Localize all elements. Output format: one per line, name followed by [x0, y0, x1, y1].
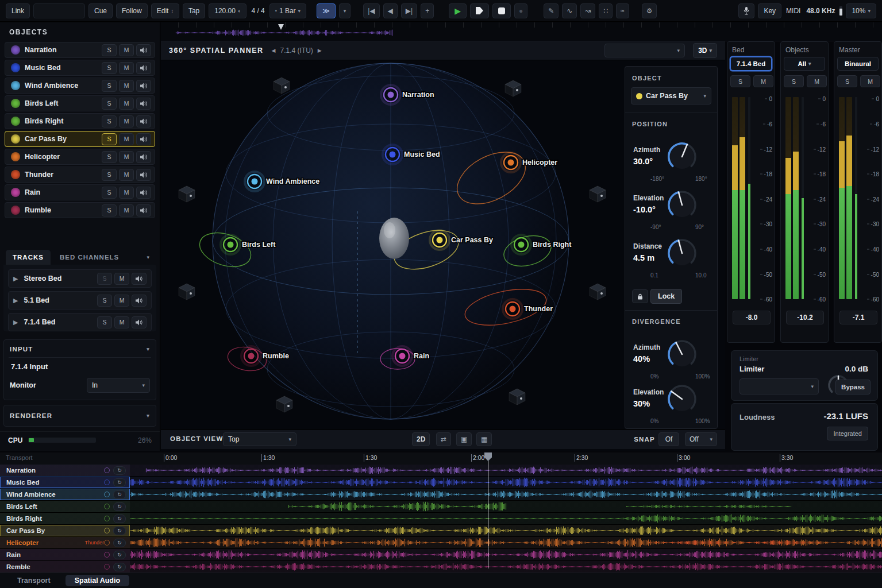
chevron-right-icon[interactable]: ▶ — [318, 48, 322, 53]
scatter-tool-button[interactable]: ∷ — [599, 3, 613, 18]
div_azimuth-knob[interactable] — [667, 339, 698, 372]
elevation-knob[interactable] — [667, 189, 698, 223]
play-button[interactable]: ▶ — [449, 3, 467, 18]
bypass-button[interactable]: Bypass — [835, 380, 871, 394]
track-label[interactable]: Narration↻ — [0, 465, 130, 476]
mute-button[interactable]: M — [119, 80, 134, 92]
solo-button[interactable]: S — [102, 115, 117, 127]
loudness-mode-badge[interactable]: Integrated — [827, 427, 868, 440]
solo-button[interactable]: S — [102, 151, 117, 163]
distance-knob[interactable] — [667, 238, 698, 271]
prev-marker-button[interactable]: ◀ — [383, 3, 398, 18]
swap-view-icon[interactable]: ⇄ — [436, 432, 451, 446]
solo-button[interactable]: S — [102, 98, 117, 110]
key-button[interactable]: Key — [758, 3, 781, 18]
view-2d-button[interactable]: 2D — [412, 432, 430, 446]
solo-button[interactable]: S — [102, 44, 117, 56]
launch-quantize-dropdown[interactable]: •1 Bar▾ — [269, 3, 306, 18]
arrangement-overview[interactable] — [161, 22, 882, 41]
mute-button[interactable]: M — [860, 75, 880, 87]
mute-button[interactable]: M — [119, 44, 134, 56]
loop-icon[interactable]: ↻ — [113, 466, 126, 475]
bed-track-item[interactable]: ▶7.1.4 BedSM — [8, 313, 152, 331]
track-lane[interactable] — [130, 513, 882, 524]
chevron-down-icon[interactable]: ▾ — [147, 346, 150, 352]
tab-tracks[interactable]: TRACKS — [6, 250, 51, 265]
loop-icon[interactable]: ↻ — [113, 527, 126, 535]
track-lane[interactable] — [130, 465, 882, 476]
panner-preset-dropdown[interactable]: ▾ — [604, 44, 685, 57]
automation-tool-button[interactable]: ↝ — [580, 3, 595, 18]
mute-button[interactable]: M — [114, 273, 129, 285]
speaker-button[interactable] — [136, 98, 151, 110]
track-label[interactable]: Remble↻ — [0, 561, 130, 572]
bottom-tab-spatial-audio[interactable]: Spatial Audio — [66, 575, 129, 586]
mute-button[interactable]: M — [119, 169, 134, 181]
object-list-item[interactable]: Wind AmbienceSM — [5, 78, 155, 94]
loop-button[interactable]: ● — [514, 3, 527, 18]
track-label[interactable]: Music Bed↻ — [0, 477, 130, 488]
smooth-tool-button[interactable]: ≈ — [616, 3, 629, 18]
div_elevation-knob[interactable] — [667, 384, 698, 417]
track-lane[interactable] — [130, 549, 882, 560]
loop-icon[interactable]: ↻ — [113, 490, 126, 499]
loop-icon[interactable]: ↻ — [113, 502, 126, 511]
lock-toggle-button[interactable] — [632, 289, 648, 303]
view-3d-button[interactable]: 3D▾ — [693, 43, 717, 58]
record-button[interactable] — [470, 3, 489, 18]
solo-button[interactable]: S — [102, 204, 117, 216]
chevron-down-icon[interactable]: ▾ — [147, 413, 150, 419]
speaker-button[interactable] — [136, 204, 151, 216]
object-view-dropdown[interactable]: Top▾ — [223, 432, 296, 446]
loop-icon[interactable]: ↻ — [113, 539, 126, 547]
mute-button[interactable]: M — [119, 204, 134, 216]
speaker-button[interactable] — [132, 295, 147, 307]
meter-source-control[interactable]: All▾ — [784, 57, 825, 71]
timeline-ruler[interactable]: Transport 0:001:301:302:002:303:003:30 — [0, 452, 882, 465]
play-icon[interactable]: ▶ — [13, 275, 18, 283]
stop-button[interactable] — [492, 3, 511, 18]
mute-button[interactable]: M — [119, 187, 134, 199]
mute-button[interactable]: M — [119, 133, 134, 145]
track-label[interactable]: Car Pass By↻ — [0, 525, 130, 536]
object-list-item[interactable]: ThunderSM — [5, 167, 155, 183]
loop-icon[interactable]: ↻ — [113, 563, 126, 571]
draw-tool-button[interactable]: ✎ — [544, 3, 559, 18]
speaker-button[interactable] — [136, 62, 151, 74]
settings-gear-button[interactable]: ⚙ — [642, 3, 657, 18]
mute-button[interactable]: M — [119, 62, 134, 74]
bed-track-item[interactable]: ▶5.1 BedSM — [8, 291, 152, 310]
snap-mode-dropdown[interactable]: Off▾ — [685, 432, 717, 446]
track-label[interactable]: HelicopterThunder↻ — [0, 537, 130, 548]
solo-button[interactable]: S — [102, 133, 117, 145]
solo-button[interactable]: S — [97, 273, 112, 285]
limiter-preset-dropdown[interactable]: ▾ — [740, 378, 819, 394]
object-select-dropdown[interactable]: Car Pass By ▾ — [631, 87, 711, 105]
snap-toggle-button[interactable]: Of — [658, 432, 679, 446]
follow-button[interactable]: Follow — [116, 3, 148, 18]
time-signature[interactable]: 4 / 4 — [250, 7, 265, 15]
chevron-left-icon[interactable]: ◀ — [272, 48, 276, 53]
track-lane[interactable] — [130, 477, 882, 488]
track-lane[interactable] — [130, 489, 882, 500]
object-list-item[interactable]: Birds RightSM — [5, 113, 155, 129]
bed-track-item[interactable]: ▶Stereo BedSM — [8, 269, 152, 288]
solo-button[interactable]: S — [102, 169, 117, 181]
curve-tool-button[interactable]: ∿ — [562, 3, 577, 18]
automation-dot-icon[interactable] — [104, 516, 110, 521]
automation-dot-icon[interactable] — [104, 564, 110, 570]
play-icon[interactable]: ▶ — [13, 297, 18, 304]
track-lane[interactable] — [130, 537, 882, 548]
mute-button[interactable]: M — [119, 98, 134, 110]
loop-icon[interactable]: ↻ — [113, 478, 126, 487]
automation-dot-icon[interactable] — [104, 504, 110, 509]
mute-button[interactable]: M — [119, 115, 134, 127]
tempo-display[interactable]: 120.00◐ — [209, 3, 247, 18]
speaker-button[interactable] — [136, 169, 151, 181]
loop-icon[interactable]: ↻ — [113, 551, 126, 559]
mute-button[interactable]: M — [807, 75, 827, 87]
speaker-button[interactable] — [136, 80, 151, 92]
solo-button[interactable]: S — [102, 62, 117, 74]
cue-button[interactable]: Cue — [88, 3, 113, 18]
automation-dot-icon[interactable] — [104, 479, 110, 485]
